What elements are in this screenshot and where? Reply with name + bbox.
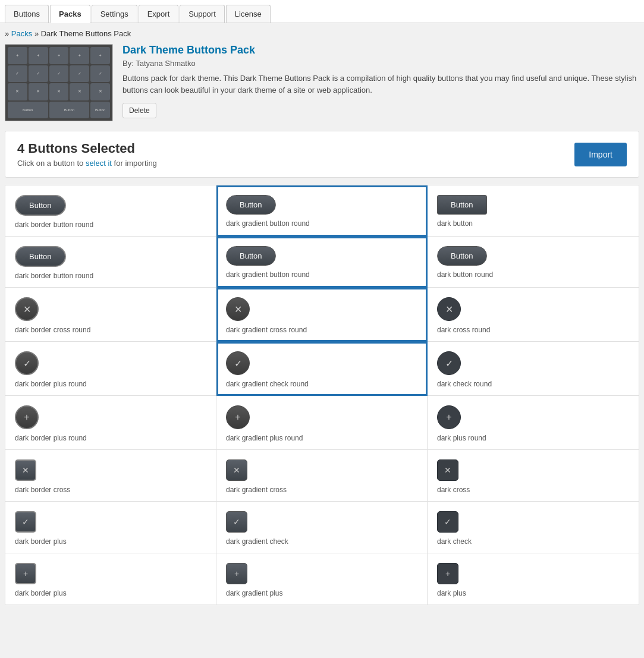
cell-label-17: dark gradient cross <box>226 486 417 494</box>
grid-cell-20[interactable]: ✓dark gradient check <box>216 502 428 553</box>
cell-label-5: dark gradient button round <box>226 270 417 279</box>
button-preview: Button <box>437 195 487 215</box>
pack-header: +++++ ✓✓✓✓✓ ✕✕✕✕✕ ButtonButtonButton Dar… <box>0 44 644 131</box>
breadcrumb-current: Dark Theme Buttons Pack <box>41 29 131 38</box>
pack-author: By: Tatyana Shmatko <box>122 59 639 68</box>
tab-license[interactable]: License <box>226 5 271 23</box>
grid-cell-21[interactable]: ✓dark check <box>428 502 639 553</box>
cell-label-10: dark border plus round <box>15 380 206 388</box>
grid-cell-7[interactable]: ✕dark border cross round <box>5 288 216 342</box>
grid-cell-23[interactable]: +dark gradient plus <box>216 553 428 605</box>
pack-thumbnail: +++++ ✓✓✓✓✓ ✕✕✕✕✕ ButtonButtonButton <box>5 44 113 121</box>
cell-label-23: dark gradient plus <box>226 589 417 597</box>
icon-preview: ✓ <box>437 351 461 375</box>
button-preview: Button <box>437 246 487 266</box>
cell-label-13: dark border plus round <box>15 434 206 442</box>
cell-label-21: dark check <box>437 537 629 546</box>
cell-label-1: dark border button round <box>15 221 206 229</box>
breadcrumb-sep1: » <box>5 29 11 38</box>
tabs-bar: Buttons Packs Settings Export Support Li… <box>0 0 644 23</box>
selection-hint: Click on a button to select it for impor… <box>17 159 157 168</box>
cell-label-2: dark gradient button round <box>226 219 417 228</box>
icon-preview: + <box>15 405 39 429</box>
cell-label-11: dark gradient check round <box>226 380 417 388</box>
import-button[interactable]: Import <box>574 143 627 166</box>
cell-label-16: dark border cross <box>15 486 206 494</box>
tab-packs[interactable]: Packs <box>50 5 90 23</box>
grid-cell-17[interactable]: ✕dark gradient cross <box>216 450 428 502</box>
button-preview: Button <box>15 246 66 267</box>
grid-cell-22[interactable]: +dark border plus <box>5 553 216 605</box>
grid-cell-8[interactable]: ✕dark gradient cross round <box>216 288 428 342</box>
icon-preview: + <box>437 563 458 584</box>
grid-cell-24[interactable]: +dark plus <box>428 553 639 605</box>
cell-label-7: dark border cross round <box>15 326 206 334</box>
icon-preview: ✓ <box>437 511 458 533</box>
grid-cell-14[interactable]: +dark gradient plus round <box>216 396 428 450</box>
cell-label-8: dark gradient cross round <box>226 326 417 334</box>
button-preview: Button <box>226 195 276 215</box>
cell-label-14: dark gradient plus round <box>226 434 417 442</box>
icon-preview: ✕ <box>226 459 247 481</box>
tab-support[interactable]: Support <box>180 5 225 23</box>
cell-label-20: dark gradient check <box>226 537 417 546</box>
icon-preview: ✓ <box>15 511 36 533</box>
icon-preview: ✓ <box>226 511 247 533</box>
icon-preview: ✓ <box>226 351 250 375</box>
icon-preview: ✕ <box>226 297 250 321</box>
pack-description: Buttons pack for dark theme. This Dark T… <box>122 73 639 96</box>
selection-hint-highlight: select it <box>86 159 112 168</box>
cell-label-3: dark button <box>437 219 629 228</box>
selection-bar: 4 Buttons Selected Click on a button to … <box>5 131 639 178</box>
grid-cell-3[interactable]: Buttondark button <box>428 185 639 237</box>
pack-title: Dark Theme Buttons Pack <box>122 44 639 56</box>
icon-preview: ✕ <box>437 459 458 481</box>
button-preview: Button <box>226 246 276 266</box>
icon-preview: + <box>15 563 36 584</box>
icon-preview: ✕ <box>15 297 39 321</box>
cell-label-22: dark border plus <box>15 589 206 597</box>
icon-preview: ✓ <box>15 351 39 375</box>
cell-label-4: dark border button round <box>15 272 206 280</box>
icon-preview: + <box>226 405 250 429</box>
grid-cell-2[interactable]: Buttondark gradient button round <box>216 185 428 237</box>
cell-label-24: dark plus <box>437 589 629 597</box>
button-preview: Button <box>15 195 66 216</box>
icon-preview: ✕ <box>15 459 36 481</box>
cell-label-19: dark border plus <box>15 537 206 546</box>
buttons-grid: Buttondark border button roundButtondark… <box>5 185 639 605</box>
grid-cell-18[interactable]: ✕dark cross <box>428 450 639 502</box>
pack-info: Dark Theme Buttons Pack By: Tatyana Shma… <box>122 44 639 121</box>
grid-cell-16[interactable]: ✕dark border cross <box>5 450 216 502</box>
icon-preview: + <box>226 563 247 584</box>
cell-label-15: dark plus round <box>437 434 629 442</box>
grid-cell-5[interactable]: Buttondark gradient button round <box>216 237 428 288</box>
cell-label-6: dark button round <box>437 270 629 279</box>
selection-info: 4 Buttons Selected Click on a button to … <box>17 141 157 168</box>
breadcrumb-sep2: » <box>34 29 41 38</box>
cell-label-9: dark cross round <box>437 326 629 334</box>
grid-cell-6[interactable]: Buttondark button round <box>428 237 639 288</box>
grid-cell-9[interactable]: ✕dark cross round <box>428 288 639 342</box>
grid-cell-11[interactable]: ✓dark gradient check round <box>216 342 428 396</box>
tab-settings[interactable]: Settings <box>92 5 137 23</box>
delete-button[interactable]: Delete <box>122 103 156 118</box>
grid-cell-1[interactable]: Buttondark border button round <box>5 185 216 237</box>
breadcrumb: » Packs » Dark Theme Buttons Pack <box>0 23 644 44</box>
grid-cell-15[interactable]: +dark plus round <box>428 396 639 450</box>
grid-cell-12[interactable]: ✓dark check round <box>428 342 639 396</box>
grid-cell-13[interactable]: +dark border plus round <box>5 396 216 450</box>
grid-cell-4[interactable]: Buttondark border button round <box>5 237 216 288</box>
grid-cell-10[interactable]: ✓dark border plus round <box>5 342 216 396</box>
icon-preview: + <box>437 405 461 429</box>
cell-label-18: dark cross <box>437 486 629 494</box>
breadcrumb-link-packs[interactable]: Packs <box>11 29 32 38</box>
tab-export[interactable]: Export <box>139 5 179 23</box>
icon-preview: ✕ <box>437 297 461 321</box>
selection-title: 4 Buttons Selected <box>17 141 157 156</box>
tab-buttons[interactable]: Buttons <box>5 5 49 23</box>
cell-label-12: dark check round <box>437 380 629 388</box>
grid-cell-19[interactable]: ✓dark border plus <box>5 502 216 553</box>
